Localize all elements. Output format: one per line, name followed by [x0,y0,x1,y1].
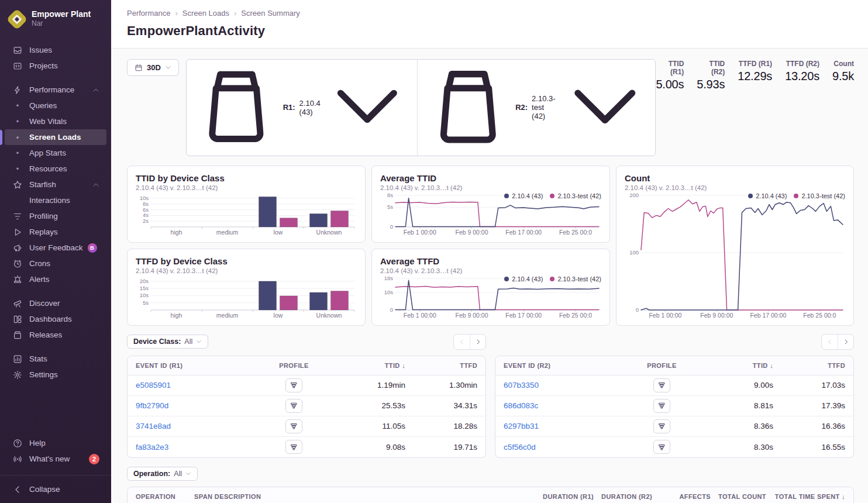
legend-item[interactable]: 2.10.4 (43) [504,192,543,199]
sidebar-item-resources[interactable]: •Resources [5,161,106,177]
event-id-link[interactable]: 686d083c [504,401,622,410]
sidebar-item-help[interactable]: Help [5,435,106,451]
ttfd-value: 1.30min [405,381,477,390]
sidebar-item-interactions[interactable]: Interactions [5,192,106,208]
sidebar-item-projects[interactable]: Projects [5,58,106,74]
sidebar-item-queries[interactable]: •Queries [5,98,106,113]
collapse-button[interactable]: Collapse [5,481,106,497]
sidebar-item-screen-loads[interactable]: •Screen Loads [5,129,106,145]
prev-page-button[interactable] [454,335,470,349]
legend-dot-icon [550,194,554,198]
sidebar-item-label: Issues [29,46,52,54]
column-header-total-count[interactable]: TOTAL COUNT [711,493,766,500]
event-id-link[interactable]: 3741e8ad [136,422,254,430]
release-icon [194,64,279,151]
chevron-up-icon [92,87,99,94]
chart-canvas[interactable]: 2s4s6s8s10shighmediumlowUnknown [136,193,358,236]
release-r2-value: 2.10.3-test (42) [532,94,557,120]
operation-filter[interactable]: Operation: All [127,467,198,481]
breadcrumb-performance[interactable]: Performance [127,9,170,18]
breadcrumb-screen-loads[interactable]: Screen Loads [182,9,229,18]
sidebar-item-crons[interactable]: Crons [5,256,106,271]
chart-canvas[interactable]: 010s18sFeb 1 00:00Feb 9 00:00Feb 17 00:0… [380,276,602,319]
event-id-link[interactable]: fa83a2e3 [136,443,254,452]
bullet-icon: • [13,117,22,126]
sidebar-item-what-s-new[interactable]: What's new2 [5,451,106,467]
sidebar-item-starfish[interactable]: Starfish [5,177,106,192]
column-header-ttfd[interactable]: TTFD [773,362,845,369]
profile-button[interactable] [653,419,670,433]
table-row: 9fb2790d25.53s34.31s [128,396,485,416]
next-page-button[interactable] [470,335,485,349]
legend-item[interactable]: 2.10.3-test (42) [794,192,845,199]
chart-canvas[interactable]: 05s8sFeb 1 00:00Feb 9 00:00Feb 17 00:00F… [380,193,602,236]
sidebar-item-discover[interactable]: Discover [5,295,106,311]
column-header-ttid[interactable]: TTID ↓ [333,362,405,369]
svg-text:0: 0 [390,223,393,230]
prev-page-button[interactable] [822,335,838,349]
sidebar-item-alerts[interactable]: Alerts [5,271,106,287]
chart-canvas[interactable]: 5s10s15s20shighmediumlowUnknown [136,276,358,319]
event-id-link[interactable]: 607b3350 [504,381,622,390]
sidebar-item-settings[interactable]: Settings [5,367,106,383]
sidebar-item-dashboards[interactable]: Dashboards [5,311,106,327]
sidebar-item-label: Interactions [29,196,70,205]
bullet-icon: • [13,164,22,174]
column-header-profile[interactable]: PROFILE [254,362,333,369]
summary-stats: TTID (R1)5.00s TTID (R2)5.93s TTFD (R1)1… [656,59,854,91]
date-range-button[interactable]: 30D [127,59,179,76]
next-page-button[interactable] [838,335,853,349]
profile-button[interactable] [653,378,670,392]
column-header-span-description[interactable]: SPAN DESCRIPTION [194,493,535,500]
ttid-value: 11.05s [333,422,405,430]
column-header-ttfd[interactable]: TTFD [405,362,477,369]
column-header-event-id-r2-[interactable]: EVENT ID (R2) [504,362,622,369]
device-class-filter[interactable]: Device Class: All [127,335,208,349]
lightning-icon [13,85,22,95]
profile-button[interactable] [285,399,302,413]
legend-item[interactable]: 2.10.3-test (42) [550,192,601,199]
profile-button[interactable] [285,378,302,392]
table-controls-row: Device Class: All [127,334,854,350]
column-header-operation[interactable]: OPERATION [136,493,194,500]
event-id-link[interactable]: 9fb2790d [136,401,254,410]
legend-item[interactable]: 2.10.3-test (42) [550,275,601,282]
column-header-duration-r2-[interactable]: DURATION (R2) [594,493,652,500]
chart-canvas[interactable]: 0100200Feb 1 00:00Feb 9 00:00Feb 17 00:0… [625,193,846,319]
svg-text:2s: 2s [143,218,149,224]
sidebar-item-app-starts[interactable]: •App Starts [5,145,106,161]
event-id-link[interactable]: 6297bb31 [504,422,622,430]
org-switcher[interactable]: Empower Plant Nar [0,7,111,34]
sidebar-section: Performance•Queries•Web Vitals•Screen Lo… [0,82,111,287]
column-header-affects[interactable]: AFFECTS [652,493,711,500]
sidebar-item-stats[interactable]: Stats [5,351,106,367]
profile-button[interactable] [653,399,670,413]
sidebar-item-performance[interactable]: Performance [5,82,106,98]
svg-text:8s: 8s [387,193,393,198]
legend-item[interactable]: 2.10.4 (43) [504,275,543,282]
column-header-ttid[interactable]: TTID ↓ [701,362,773,369]
release-r2-button[interactable]: R2: 2.10.3-test (42) [417,60,656,156]
profile-button[interactable] [285,419,302,433]
release-r1-button[interactable]: R1: 2.10.4 (43) [187,60,417,156]
column-header-profile[interactable]: PROFILE [622,362,701,369]
column-header-duration-r1-[interactable]: DURATION (R1) [535,493,594,500]
legend-item[interactable]: 2.10.4 (43) [748,192,787,199]
column-header-event-id-r1-[interactable]: EVENT ID (R1) [136,362,254,369]
sidebar-item-profiling[interactable]: Profiling [5,208,106,224]
profile-button[interactable] [285,440,302,454]
sidebar-collapse-section: Collapse [0,475,111,503]
event-id-link[interactable]: e5085901 [136,381,254,390]
sidebar-item-web-vitals[interactable]: •Web Vitals [5,113,106,129]
event-id-link[interactable]: c5f56c0d [504,443,622,452]
org-name[interactable]: Empower Plant [32,9,91,19]
svg-text:20s: 20s [140,278,149,284]
profile-button[interactable] [653,440,670,454]
sort-desc-icon: ↓ [768,362,773,369]
sidebar-item-replays[interactable]: Replays [5,224,106,240]
sidebar-item-issues[interactable]: Issues [5,42,106,58]
chart-subtitle: 2.10.4 (43) v. 2.10.3…t (42) [380,267,601,274]
sidebar-item-releases[interactable]: Releases [5,327,106,343]
sidebar-item-user-feedback[interactable]: User FeedbackB [5,240,106,256]
column-header-total-time-spent[interactable]: TOTAL TIME SPENT ↓ [766,493,845,500]
